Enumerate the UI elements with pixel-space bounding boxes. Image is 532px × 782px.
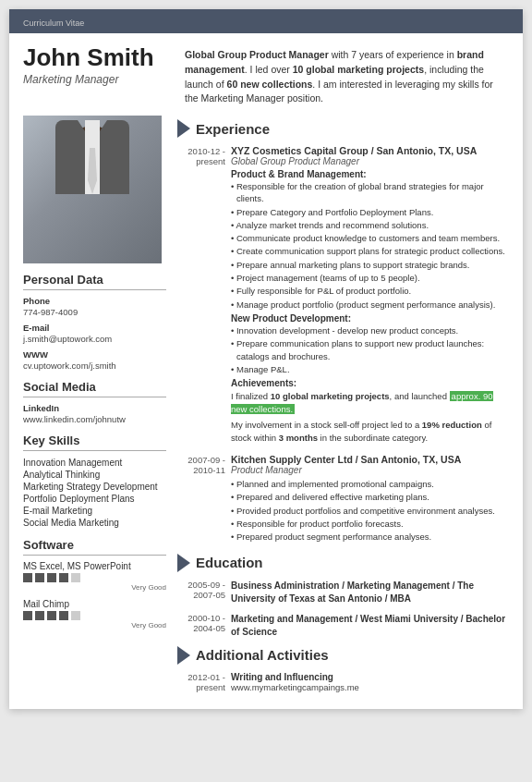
exp-company: XYZ Cosmetics Capital Group / San Antoni… bbox=[231, 145, 509, 156]
skill-dot bbox=[59, 611, 68, 620]
main-layout: Personal Data Phone 774-987-4009 E-mail … bbox=[9, 106, 523, 709]
phone-value: 774-987-4009 bbox=[23, 307, 166, 317]
act-title: Writing and Influencing bbox=[231, 672, 509, 682]
edu-date: 2005-09 -2007-05 bbox=[177, 580, 225, 605]
experience-title: Experience bbox=[196, 121, 270, 137]
achievement-text-1: I finalized 10 global marketing projects… bbox=[231, 390, 509, 417]
education-title: Education bbox=[196, 555, 263, 570]
key-skills-title: Key Skills bbox=[23, 434, 166, 451]
resume-page: Curriculum Vitae John Smith Marketing Ma… bbox=[9, 9, 523, 709]
experience-section-header: Experience bbox=[177, 119, 509, 138]
skill-dot-empty bbox=[71, 573, 80, 582]
skill-dot bbox=[59, 573, 68, 582]
summary-text: Global Group Product Manager with 7 year… bbox=[185, 49, 493, 104]
social-media-title: Social Media bbox=[23, 380, 166, 397]
list-item: Portfolio Deployment Plans bbox=[23, 493, 166, 505]
software-item-excel: MS Excel, MS PowerPoint Very Good bbox=[23, 561, 166, 592]
skill-bar bbox=[23, 573, 166, 582]
linkedin-value: www.linkedin.com/johnutw bbox=[23, 414, 166, 424]
education-section-header: Education bbox=[177, 554, 509, 572]
exp-bullet: • Responsible for the creation of global… bbox=[231, 180, 509, 205]
name-block: John Smith Marketing Manager bbox=[23, 44, 175, 106]
activities-arrow-icon bbox=[177, 646, 190, 665]
exp-bullet: • Analyze market trends and recommend so… bbox=[231, 219, 509, 231]
exp-bullet: • Manage product portfolio (product segm… bbox=[231, 299, 509, 311]
email-value: j.smith@uptowork.com bbox=[23, 334, 166, 344]
experience-entry-1: 2010-12 -present XYZ Cosmetics Capital G… bbox=[177, 145, 509, 445]
exp-bullet: • Innovation development - develop new p… bbox=[231, 324, 509, 336]
exp-company: Kitchen Supply Center Ltd / San Antonio,… bbox=[231, 454, 509, 465]
act-content: Writing and Influencing www.mymarketingc… bbox=[231, 672, 509, 692]
exp-date: 2007-09 -2010-11 bbox=[177, 454, 225, 544]
right-column: Experience 2010-12 -present XYZ Cosmetic… bbox=[177, 116, 509, 700]
achievements-heading: Achievements: bbox=[231, 378, 509, 388]
skill-dot bbox=[23, 573, 32, 582]
activity-entry-1: 2012-01 -present Writing and Influencing… bbox=[177, 672, 509, 692]
edu-content: Marketing and Management / West Miami Un… bbox=[231, 613, 509, 639]
personal-data-title: Personal Data bbox=[23, 273, 166, 290]
name-section: John Smith Marketing Manager Global Grou… bbox=[9, 33, 523, 106]
education-entry-2: 2000-10 -2004-05 Marketing and Managemen… bbox=[177, 613, 509, 639]
exp-content: XYZ Cosmetics Capital Group / San Antoni… bbox=[231, 145, 509, 445]
job-title: Marketing Manager bbox=[23, 73, 175, 86]
education-entry-1: 2005-09 -2007-05 Business Administration… bbox=[177, 580, 509, 605]
education-arrow-icon bbox=[177, 554, 190, 572]
exp-bullet: • Responsible for product portfolio fore… bbox=[231, 518, 509, 530]
edu-degree: Marketing and Management / West Miami Un… bbox=[231, 613, 509, 639]
software-name: MS Excel, MS PowerPoint bbox=[23, 561, 166, 571]
exp-bullet: • Project management (teams of up to 5 p… bbox=[231, 272, 509, 284]
activities-title: Additional Activities bbox=[196, 647, 329, 663]
list-item: E-mail Marketing bbox=[23, 505, 166, 517]
list-item: Marketing Strategy Development bbox=[23, 481, 166, 493]
list-item: Social Media Marketing bbox=[23, 517, 166, 529]
experience-arrow-icon bbox=[177, 119, 190, 138]
skill-dot bbox=[47, 573, 56, 582]
linkedin-label: LinkedIn bbox=[23, 403, 166, 413]
skill-bar bbox=[23, 611, 166, 620]
exp-bullet: • Create communication support plans for… bbox=[231, 245, 509, 257]
skill-dot bbox=[35, 611, 44, 620]
exp-role: Product Manager bbox=[231, 465, 509, 475]
activities-section-header: Additional Activities bbox=[177, 646, 509, 665]
edu-degree: Business Administration / Marketing Mana… bbox=[231, 580, 509, 605]
exp-bullet: • Communicate product knowledge to custo… bbox=[231, 232, 509, 244]
photo-person bbox=[46, 120, 139, 263]
exp-subheading: New Product Development: bbox=[231, 313, 509, 324]
skill-label: Very Good bbox=[23, 583, 166, 592]
skill-dot bbox=[23, 611, 32, 620]
act-date: 2012-01 -present bbox=[177, 672, 225, 692]
cv-label: Curriculum Vitae bbox=[23, 18, 84, 28]
exp-role: Global Group Product Manager bbox=[231, 156, 509, 166]
software-name: Mail Chimp bbox=[23, 599, 166, 609]
full-name: John Smith bbox=[23, 44, 175, 71]
exp-subheading: Product & Brand Management: bbox=[231, 169, 509, 179]
edu-content: Business Administration / Marketing Mana… bbox=[231, 580, 509, 605]
skill-dot bbox=[47, 611, 56, 620]
skill-dot-empty bbox=[71, 611, 80, 620]
exp-content: Kitchen Supply Center Ltd / San Antonio,… bbox=[231, 454, 509, 544]
exp-date: 2010-12 -present bbox=[177, 145, 225, 445]
list-item: Innovation Management bbox=[23, 457, 166, 469]
www-value: cv.uptowork.com/j.smith bbox=[23, 360, 166, 371]
exp-bullet: • Prepare Category and Portfolio Deploym… bbox=[231, 206, 509, 218]
exp-bullet: • Fully responsible for P&L of product p… bbox=[231, 285, 509, 297]
header-bar: Curriculum Vitae bbox=[9, 9, 523, 33]
exp-bullet: • Prepared and delivered effective marke… bbox=[231, 491, 509, 503]
exp-bullet: • Manage P&L. bbox=[231, 363, 509, 375]
exp-bullet: • Prepare communication plans to support… bbox=[231, 337, 509, 362]
skill-label: Very Good bbox=[23, 621, 166, 629]
achievement-text-2: My involvement in a stock sell-off proje… bbox=[231, 419, 509, 446]
software-title: Software bbox=[23, 538, 166, 556]
act-value: www.mymarketingcampaings.me bbox=[231, 682, 509, 692]
profile-photo bbox=[23, 116, 162, 263]
software-item-mailchimp: Mail Chimp Very Good bbox=[23, 599, 166, 629]
edu-date: 2000-10 -2004-05 bbox=[177, 613, 225, 639]
experience-entry-2: 2007-09 -2010-11 Kitchen Supply Center L… bbox=[177, 454, 509, 544]
photo-body-wrap bbox=[46, 120, 139, 194]
key-skills-list: Innovation Management Analytical Thinkin… bbox=[23, 457, 166, 529]
summary-block: Global Group Product Manager with 7 year… bbox=[175, 44, 509, 106]
phone-label: Phone bbox=[23, 296, 166, 306]
skill-dot bbox=[35, 573, 44, 582]
www-label: WWW bbox=[23, 349, 166, 360]
exp-bullet: • Planned and implemented promotional ca… bbox=[231, 478, 509, 490]
